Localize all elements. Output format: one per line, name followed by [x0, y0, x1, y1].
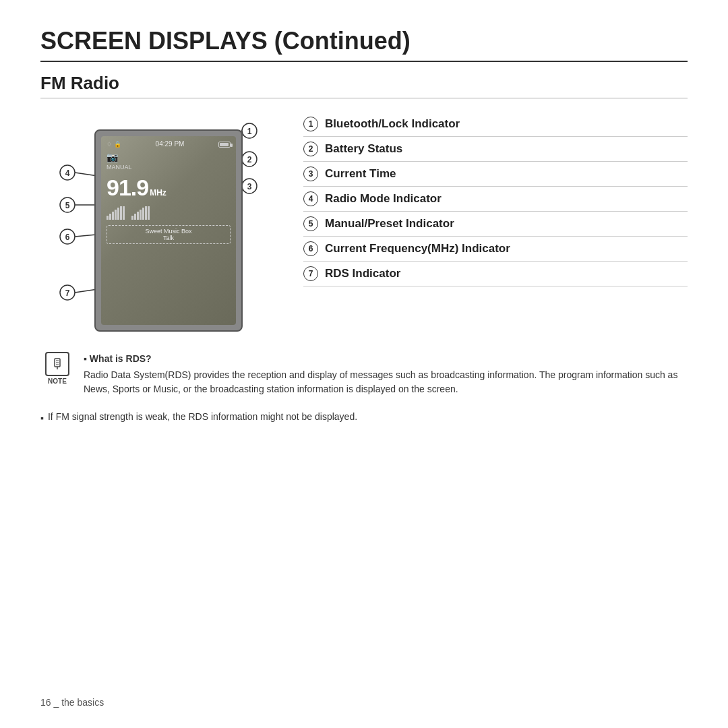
- signal-bar-1: [107, 216, 109, 220]
- signal-bar-3: [112, 212, 114, 220]
- signal-bar-7: [123, 206, 125, 220]
- lock-icon: 🔒: [114, 141, 121, 148]
- label-num-7: 7: [303, 266, 318, 281]
- note-row-main: NOTE ▪ What is RDS? Radio Data System(RD…: [40, 352, 688, 396]
- label-row-2: 2 Battery Status: [303, 137, 688, 162]
- signal-bar-2: [109, 214, 111, 220]
- svg-text:6: 6: [65, 233, 70, 242]
- bullet-square-2: ▪: [40, 411, 44, 425]
- svg-text:2: 2: [247, 155, 252, 164]
- label-row-7: 7 RDS Indicator: [303, 262, 688, 286]
- frequency-unit: MHz: [150, 188, 166, 198]
- svg-text:3: 3: [247, 182, 252, 191]
- battery-icon: [218, 142, 231, 148]
- label-row-4: 4 Radio Mode Indicator: [303, 187, 688, 212]
- section-title: FM Radio: [40, 73, 688, 98]
- manual-label: MANUAL: [107, 164, 231, 171]
- svg-point-0: [242, 123, 257, 138]
- label-row-6: 6 Current Frequency(MHz) Indicator: [303, 237, 688, 262]
- signal-bar-11: [140, 210, 142, 220]
- label-text-5: Manual/Preset Indicator: [325, 217, 454, 231]
- label-row-1: 1 Bluetooth/Lock Indicator: [303, 112, 688, 137]
- label-row-5: 5 Manual/Preset Indicator: [303, 212, 688, 237]
- pencil-icon: [51, 357, 64, 371]
- signal-bars: [107, 206, 231, 220]
- note-bullet-text: If FM signal strength is weak, the RDS i…: [48, 410, 357, 424]
- status-bar: ♢ 🔒 04:29 PM: [107, 140, 231, 148]
- label-text-4: Radio Mode Indicator: [325, 192, 442, 206]
- note-icon-wrap: NOTE: [40, 352, 74, 385]
- signal-bar-8: [131, 216, 133, 220]
- diagram-area: 1 2 3 4 5 6: [40, 105, 688, 332]
- svg-text:7: 7: [65, 289, 70, 298]
- label-text-2: Battery Status: [325, 142, 402, 156]
- svg-text:1: 1: [247, 127, 252, 136]
- note-section: NOTE ▪ What is RDS? Radio Data System(RD…: [40, 352, 688, 425]
- frequency-number: 91.9: [107, 175, 148, 201]
- label-text-6: Current Frequency(MHz) Indicator: [325, 242, 510, 255]
- device-wrap: 1 2 3 4 5 6: [40, 105, 283, 332]
- rds-line2: Talk: [111, 235, 226, 241]
- main-title: SCREEN DISPLAYS (Continued): [40, 27, 688, 62]
- signal-bar-9: [134, 214, 136, 220]
- labels-area: 1 Bluetooth/Lock Indicator 2 Battery Sta…: [303, 112, 688, 286]
- signal-bar-10: [137, 212, 139, 220]
- signal-bar-6: [120, 206, 122, 220]
- note-icon: [45, 352, 69, 376]
- label-num-3: 3: [303, 166, 318, 181]
- signal-bar-14: [148, 206, 150, 220]
- svg-text:5: 5: [65, 201, 70, 210]
- rds-box: Sweet Music Box Talk: [107, 225, 231, 244]
- note-body: Radio Data System(RDS) provides the rece…: [84, 368, 688, 396]
- signal-bar-13: [145, 206, 147, 220]
- battery-display: [218, 140, 231, 147]
- signal-bar-12: [142, 208, 144, 220]
- time-display: 04:29 PM: [156, 140, 185, 148]
- label-num-6: 6: [303, 241, 318, 256]
- svg-text:4: 4: [65, 169, 70, 178]
- status-icons: ♢ 🔒: [107, 141, 121, 148]
- note-bullet-row: ▪ If FM signal strength is weak, the RDS…: [40, 410, 688, 425]
- signal-bar-5: [117, 208, 119, 220]
- svg-point-3: [242, 152, 257, 166]
- note-title: ▪ What is RDS?: [84, 352, 688, 366]
- svg-point-6: [242, 179, 257, 193]
- device-screen: ♢ 🔒 04:29 PM 📷 MANUA: [101, 136, 236, 325]
- frequency-display: 91.9 MHz: [107, 175, 231, 201]
- label-text-3: Current Time: [325, 167, 396, 181]
- label-num-2: 2: [303, 142, 318, 156]
- label-row-3: 3 Current Time: [303, 162, 688, 187]
- svg-point-15: [60, 229, 75, 244]
- note-content: ▪ What is RDS? Radio Data System(RDS) pr…: [84, 352, 688, 396]
- radio-mode-label: 📷: [107, 152, 231, 162]
- label-num-1: 1: [303, 117, 318, 131]
- label-text-7: RDS Indicator: [325, 267, 400, 280]
- label-num-4: 4: [303, 191, 318, 206]
- label-num-5: 5: [303, 216, 318, 231]
- bluetooth-icon: ♢: [107, 141, 112, 148]
- rds-line1: Sweet Music Box: [111, 228, 226, 235]
- svg-point-9: [60, 165, 75, 180]
- page: SCREEN DISPLAYS (Continued) FM Radio 1 2…: [0, 0, 728, 728]
- label-text-1: Bluetooth/Lock Indicator: [325, 117, 460, 131]
- bullet-square-1: ▪: [84, 353, 90, 364]
- footer: 16 _ the basics: [40, 697, 104, 708]
- svg-point-18: [60, 285, 75, 300]
- note-label: NOTE: [48, 377, 67, 385]
- radio-icon: 📷: [107, 152, 118, 162]
- signal-bar-4: [115, 210, 117, 220]
- svg-point-12: [60, 198, 75, 212]
- device-mockup: ♢ 🔒 04:29 PM 📷 MANUA: [94, 129, 243, 332]
